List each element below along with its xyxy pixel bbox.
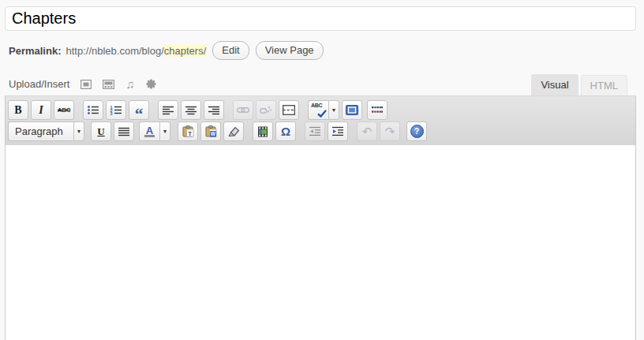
paste-from-word-icon: W [205, 125, 217, 137]
add-media-icon[interactable] [146, 79, 156, 89]
tab-visual[interactable]: Visual [531, 74, 578, 95]
fullscreen-icon [346, 105, 358, 115]
omega-icon: Ω [281, 125, 290, 138]
special-character-button[interactable]: Ω [275, 121, 296, 141]
align-center-icon [185, 106, 197, 115]
align-right-icon [208, 106, 220, 115]
editor-content-area[interactable] [6, 145, 635, 340]
add-audio-icon[interactable]: ♫ [125, 80, 134, 89]
blockquote-icon: “ [135, 105, 144, 116]
italic-icon: I [39, 104, 43, 117]
editor-container: B I ABC 123 “ [5, 95, 636, 340]
kitchen-sink-icon [371, 106, 384, 114]
italic-button[interactable]: I [31, 100, 51, 120]
help-icon: ? [410, 125, 424, 138]
numbered-list-button[interactable]: 123 [106, 100, 126, 120]
spellcheck-dropdown-arrow[interactable]: ▾ [328, 100, 339, 120]
insert-link-button [233, 100, 253, 120]
indent-icon [331, 126, 344, 136]
bullet-list-icon [87, 105, 99, 115]
undo-icon: ↶ [362, 126, 373, 137]
link-icon [237, 106, 249, 114]
eraser-icon [227, 126, 240, 136]
svg-text:3: 3 [110, 111, 113, 115]
tinymce-toolbar: B I ABC 123 “ [6, 95, 635, 145]
outdent-button [305, 121, 325, 141]
underline-icon: U [97, 125, 104, 138]
editor-mode-tabs: Visual HTML [531, 74, 627, 95]
outdent-icon [309, 126, 321, 136]
redo-icon: ↷ [385, 126, 395, 137]
view-page-button[interactable]: View Page [256, 41, 324, 60]
spellcheck-checkmark-icon [317, 110, 327, 118]
embed-media-icon [257, 126, 268, 137]
insert-more-tag-button[interactable] [279, 100, 299, 120]
fullscreen-button[interactable] [342, 100, 362, 120]
remove-link-button [256, 100, 276, 120]
strikethrough-icon: ABC [58, 106, 70, 114]
toolbar-row-1: B I ABC 123 “ [8, 99, 632, 121]
justify-icon [118, 127, 130, 136]
bold-button[interactable]: B [8, 100, 28, 120]
bold-icon: B [14, 104, 21, 117]
bullet-list-button[interactable] [83, 100, 103, 120]
svg-text:T: T [188, 131, 192, 136]
kitchen-sink-button[interactable] [367, 100, 388, 120]
text-color-split-button: A ▾ [139, 121, 170, 141]
toolbar-row-2: Paragraph ▾ U A ▾ T [8, 121, 632, 142]
spellcheck-split-button: ABC ▾ [308, 100, 339, 120]
paragraph-dropdown-arrow[interactable]: ▾ [73, 121, 84, 141]
align-left-icon [162, 106, 174, 115]
permalink-label: Permalink: [9, 45, 61, 57]
blockquote-button[interactable]: “ [129, 100, 149, 120]
permalink-row: Permalink: http://nbleb.com/blog/chapter… [9, 41, 636, 60]
editor-top-row: Upload/Insert ♫ Visual HTML [9, 74, 636, 95]
text-color-dropdown-arrow[interactable]: ▾ [159, 121, 170, 141]
post-editor-page: Permalink: http://nbleb.com/blog/chapter… [0, 0, 644, 340]
insert-media-button[interactable] [253, 121, 273, 141]
paragraph-format-value: Paragraph [8, 121, 73, 141]
upload-insert-label: Upload/Insert [9, 78, 69, 90]
align-left-button[interactable] [158, 100, 178, 120]
undo-button: ↶ [357, 121, 377, 141]
redo-button: ↷ [380, 121, 400, 141]
add-video-icon[interactable] [103, 80, 114, 89]
strikethrough-button[interactable]: ABC [54, 100, 74, 120]
numbered-list-icon: 123 [110, 105, 122, 115]
remove-formatting-button[interactable] [223, 121, 244, 141]
media-buttons: Upload/Insert ♫ [9, 78, 156, 95]
text-color-icon: A [144, 126, 155, 137]
post-title-input[interactable] [5, 6, 636, 31]
more-tag-icon [283, 105, 295, 115]
paste-from-word-button[interactable]: W [200, 121, 221, 141]
permalink-slug: chapters/ [164, 45, 206, 57]
svg-text:W: W [210, 131, 215, 136]
align-right-button[interactable] [204, 100, 224, 120]
paste-as-text-button[interactable]: T [178, 121, 198, 141]
spellcheck-button[interactable]: ABC [308, 100, 328, 120]
unlink-icon [260, 106, 272, 115]
underline-button[interactable]: U [91, 121, 111, 141]
align-center-button[interactable] [181, 100, 201, 120]
spellcheck-icon: ABC [311, 103, 322, 108]
text-color-button[interactable]: A [139, 121, 159, 141]
justify-button[interactable] [114, 121, 134, 141]
paragraph-format-select[interactable]: Paragraph ▾ [8, 121, 84, 141]
paste-as-text-icon: T [182, 125, 194, 137]
edit-permalink-button[interactable]: Edit [212, 41, 249, 60]
add-image-icon[interactable] [80, 80, 92, 89]
indent-button[interactable] [328, 121, 348, 141]
permalink-url-prefix: http://nbleb.com/blog/ [66, 45, 163, 57]
help-button[interactable]: ? [406, 121, 427, 141]
tab-html[interactable]: HTML [581, 75, 627, 95]
